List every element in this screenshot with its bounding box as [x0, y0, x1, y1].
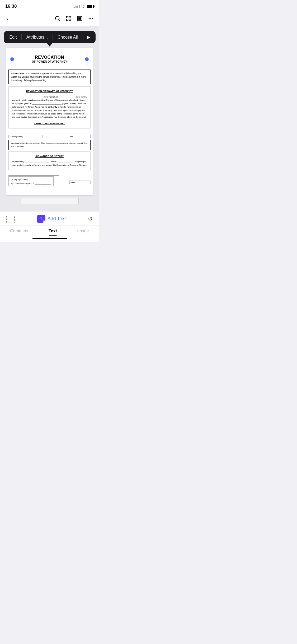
add-text-label: Add Text [48, 216, 66, 222]
you-sign-here-label: (You sign here) [8, 135, 43, 138]
date-label-notary: Date [69, 181, 91, 184]
menu-pointer [47, 43, 52, 47]
back-button[interactable]: ‹ [5, 14, 9, 22]
context-menu-play[interactable]: ▶ [83, 31, 95, 43]
svg-rect-3 [69, 16, 71, 18]
context-menu-attributes[interactable]: Attributes... [22, 31, 53, 43]
notary-note-box: A notary's signature is optional. This f… [8, 140, 91, 150]
more-button[interactable] [88, 16, 94, 21]
grid-icon [66, 16, 72, 21]
add-text-icon-letter: T [40, 217, 42, 221]
instructions-box: Instructions: You can revoke a power of … [8, 70, 91, 84]
next-page-hint [21, 198, 79, 204]
document-area: REVOCATION OF POWER OF ATTORNEY Instruct… [4, 47, 95, 195]
title-selection-box[interactable]: REVOCATION OF POWER OF ATTORNEY [12, 52, 87, 66]
notary-body-text: At (city/town) _____________________, (s… [12, 160, 87, 167]
wifi-icon [81, 4, 86, 8]
home-indicator [0, 236, 99, 242]
status-icons [74, 4, 94, 8]
context-menu-edit[interactable]: Edit [5, 31, 22, 43]
tab-active-indicator [49, 235, 57, 236]
bottom-page-area [0, 195, 99, 211]
selection-tool-button[interactable] [6, 215, 15, 223]
notary-signs-label: (Notary signs here) [11, 178, 51, 181]
undo-button[interactable]: ↺ [88, 215, 93, 222]
battery-icon [87, 5, 94, 8]
selection-handle-right[interactable] [85, 57, 89, 61]
context-menu-choose-all[interactable]: Choose All [53, 31, 83, 43]
list-button[interactable] [77, 16, 83, 21]
tab-bar: Comment Text Image [0, 225, 99, 236]
svg-line-1 [59, 20, 60, 21]
status-time: 16:38 [5, 4, 17, 9]
notary-section: SIGNATURE OF NOTARY At (city/town) _____… [8, 151, 91, 170]
context-menu: Edit Attributes... Choose All ▶ [4, 31, 96, 43]
sig-notary-title: SIGNATURE OF NOTARY [12, 154, 87, 158]
date-label-principal: Date [67, 135, 91, 138]
list-icon [77, 16, 83, 21]
instructions-label: Instructions: [11, 72, 25, 75]
home-bar [32, 238, 67, 239]
document-page: REVOCATION OF POWER OF ATTORNEY Instruct… [6, 48, 93, 195]
svg-rect-2 [67, 16, 68, 18]
main-section-title: REVOCATION OF POWER OF ATTORNEY [12, 89, 87, 93]
more-icon [88, 16, 94, 21]
tab-comment[interactable]: Comment [5, 228, 34, 234]
doc-title-sub: OF POWER OF ATTORNEY [14, 60, 85, 63]
selection-handle-left[interactable] [10, 57, 14, 61]
doc-title-main: REVOCATION [14, 55, 85, 60]
svg-rect-4 [67, 19, 68, 20]
signal-icon [74, 5, 80, 8]
notary-note-text: A notary's signature is optional. This f… [11, 142, 87, 148]
doc-bottom-space [6, 187, 93, 195]
svg-point-11 [90, 18, 91, 19]
tab-image[interactable]: Image [72, 228, 94, 234]
nav-icons [55, 16, 94, 21]
main-doc-box: REVOCATION OF POWER OF ATTORNEY I, _____… [8, 86, 91, 128]
body-paragraph: I, _________________________ (your name)… [12, 95, 87, 119]
sig-principal-title: SIGNATURE OF PRINCIPAL [12, 122, 87, 125]
top-nav: ‹ [0, 11, 99, 26]
context-menu-area: Edit Attributes... Choose All ▶ REVOCATI… [0, 26, 99, 195]
svg-rect-5 [69, 19, 71, 20]
add-text-button[interactable]: T + Add Text [37, 215, 66, 223]
search-button[interactable] [55, 16, 60, 21]
commission-expires-label: My commission expires on _______________ [11, 182, 51, 185]
signature-principal-row: (You sign here) Date [8, 131, 91, 138]
grid-button[interactable] [66, 16, 72, 21]
tab-text[interactable]: Text [43, 228, 62, 234]
svg-point-12 [92, 18, 93, 19]
svg-point-10 [89, 18, 90, 19]
add-text-icon: T + [37, 215, 45, 223]
cursor-dot: + [43, 220, 45, 223]
status-bar: 16:38 [0, 0, 99, 11]
bottom-toolbar: T + Add Text ↺ [0, 211, 99, 225]
signature-notary-row: (Notary signs here) My commission expire… [8, 172, 91, 186]
search-icon [55, 16, 60, 21]
